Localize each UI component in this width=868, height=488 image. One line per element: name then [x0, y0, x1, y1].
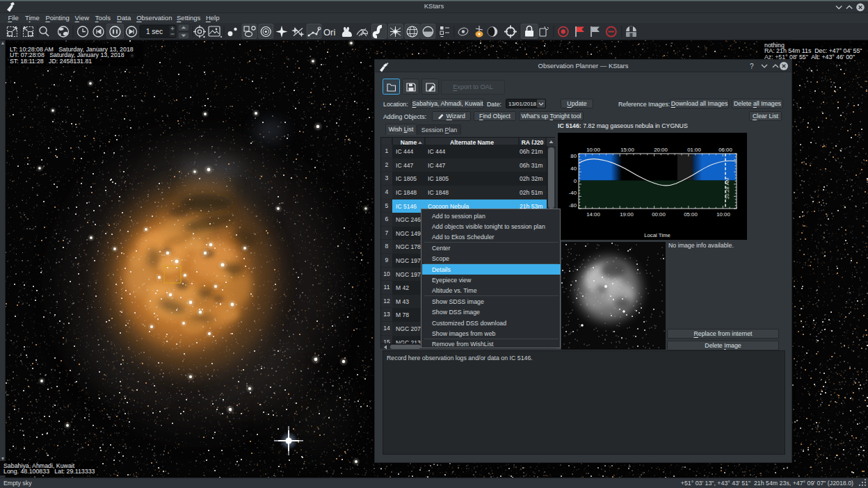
svg-text:06:00: 06:00	[718, 147, 732, 153]
svg-text:05:00: 05:00	[684, 211, 698, 218]
svg-text:80: 80	[570, 153, 577, 159]
svg-text:01:00: 01:00	[687, 147, 701, 153]
svg-text:00:00: 00:00	[652, 211, 666, 218]
svg-text:-40: -40	[569, 190, 577, 196]
svg-text:15:00: 15:00	[620, 147, 634, 153]
svg-text:40: 40	[570, 165, 577, 172]
svg-text:10:00: 10:00	[586, 147, 600, 153]
svg-text:Local Time: Local Time	[644, 232, 670, 238]
svg-text:20:00: 20:00	[654, 147, 668, 153]
svg-text:-80: -80	[569, 202, 577, 209]
svg-text:?: ?	[750, 63, 754, 70]
svg-text:1 sec: 1 sec	[146, 28, 163, 35]
svg-text:14:00: 14:00	[586, 211, 600, 218]
svg-text:10:28 AM: 10:28 AM	[724, 177, 730, 200]
svg-text:0: 0	[574, 178, 577, 184]
svg-text:19:00: 19:00	[620, 211, 634, 218]
svg-text:Ori: Ori	[323, 27, 335, 38]
svg-text:10:00: 10:00	[716, 211, 730, 218]
